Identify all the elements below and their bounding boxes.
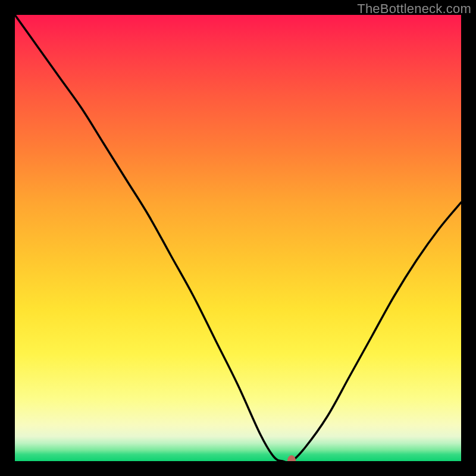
bottleneck-curve (15, 15, 461, 461)
plot-area (15, 15, 461, 461)
optimal-point-marker (287, 455, 296, 462)
watermark-text: TheBottleneck.com (357, 1, 471, 17)
chart-frame: TheBottleneck.com (0, 0, 476, 476)
